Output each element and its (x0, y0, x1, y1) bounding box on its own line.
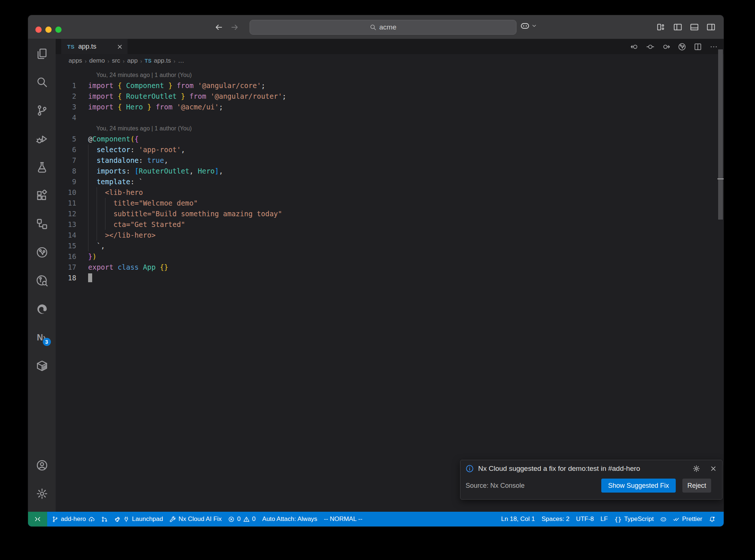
activity-nx-console[interactable]: N›3 (32, 328, 52, 347)
remote-indicator[interactable] (28, 512, 47, 526)
extensions-icon (36, 190, 48, 202)
code-line-10[interactable]: 10 <lib-hero (56, 187, 724, 198)
activity-edge-tools[interactable] (32, 300, 52, 319)
code-line-7[interactable]: 7 standalone: true, (56, 155, 724, 166)
line-number: 18 (56, 273, 76, 283)
tab-app-ts[interactable]: TS app.ts (61, 39, 128, 54)
breadcrumb-separator: › (85, 58, 87, 64)
activity-circle-branch[interactable] (32, 243, 52, 262)
copilot-menu[interactable] (520, 21, 537, 31)
history-back-icon[interactable] (214, 23, 223, 32)
breadcrumb: apps›demo›src›app›TSapp.ts›… (56, 54, 724, 67)
activity-containers[interactable] (32, 356, 52, 375)
code-line-18[interactable]: 18 (56, 273, 724, 283)
command-center-search[interactable]: acme (250, 20, 516, 35)
activity-explorer[interactable] (32, 44, 52, 63)
customize-layout-icon[interactable] (657, 22, 666, 32)
line-number: 3 (56, 102, 76, 112)
tab-close-icon[interactable] (116, 43, 123, 50)
more-actions-icon[interactable] (710, 43, 718, 51)
status-vim-mode[interactable]: -- NORMAL -- (321, 512, 366, 526)
indent-guide (88, 198, 88, 209)
status-cursor-position[interactable]: Ln 18, Col 1 (498, 512, 538, 526)
status-auto-attach[interactable]: Auto Attach: Always (259, 512, 320, 526)
code-line-16[interactable]: 16}) (56, 251, 724, 262)
activity-extensions[interactable] (32, 186, 52, 205)
code-line-3[interactable]: 3import { Hero } from '@acme/ui'; (56, 102, 724, 112)
nav-back-icon[interactable] (630, 43, 639, 51)
breadcrumb-item-src[interactable]: src (112, 57, 120, 64)
breadcrumb-item-appts[interactable]: TSapp.ts (145, 57, 171, 64)
code-line-4[interactable]: 4 (56, 112, 724, 123)
activity-source-control[interactable] (32, 101, 52, 120)
code-line-6[interactable]: 6 selector: 'app-root', (56, 144, 724, 155)
code-line-1[interactable]: 1import { Component } from '@angular/cor… (56, 80, 724, 91)
label: 0 (252, 515, 255, 523)
activity-testing[interactable] (32, 158, 52, 177)
status-git-branch[interactable]: add-hero (49, 512, 98, 526)
minimize-window-button[interactable] (45, 27, 52, 33)
label: Nx Cloud AI Fix (178, 515, 222, 523)
status-notifications-bell[interactable] (706, 512, 719, 526)
status-commit-graph[interactable] (98, 512, 111, 526)
notification-settings-gear-icon[interactable] (693, 465, 700, 472)
copilot-icon (520, 21, 530, 31)
typescript-file-icon: TS (145, 58, 152, 64)
activity-run-debug[interactable] (32, 129, 52, 148)
status-copilot[interactable] (657, 512, 670, 526)
code-line-9[interactable]: 9 template: ` (56, 176, 724, 187)
activity-search[interactable] (32, 73, 52, 92)
breadcrumb-item-demo[interactable]: demo (89, 57, 105, 64)
vertical-scrollbar[interactable] (718, 49, 723, 220)
notification-close-icon[interactable] (710, 465, 717, 472)
activity-project-structure[interactable] (32, 214, 52, 234)
code-line-8[interactable]: 8 imports: [RouterOutlet, Hero], (56, 166, 724, 176)
code-line-11[interactable]: 11 title="Welcmoe demo" (56, 198, 724, 209)
code-editor[interactable]: You, 24 minutes ago | 1 author (You)1imp… (56, 67, 724, 512)
status-encoding[interactable]: UTF-8 (573, 512, 597, 526)
settings-icon (36, 488, 48, 500)
label: add-hero (61, 515, 86, 523)
code-line-2[interactable]: 2import { RouterOutlet } from '@angular/… (56, 91, 724, 102)
history-forward-icon[interactable] (230, 23, 239, 32)
reject-button[interactable]: Reject (682, 479, 711, 493)
nav-position-icon[interactable] (646, 43, 654, 51)
status-language-mode[interactable]: {}TypeScript (611, 512, 657, 526)
breadcrumb-separator: › (123, 58, 125, 64)
close-window-button[interactable] (35, 27, 42, 33)
code-line-12[interactable]: 12 subtitle="Build something amazing tod… (56, 209, 724, 219)
status-nx-cloud-ai-fix[interactable]: Nx Cloud AI Fix (166, 512, 225, 526)
status-bar-right: Ln 18, Col 1Spaces: 2UTF-8LF{}TypeScript… (498, 512, 724, 526)
warning-icon (243, 516, 250, 522)
line-number: 4 (56, 112, 76, 123)
code-line-5[interactable]: 5@Component({ (56, 134, 724, 144)
code-line-14[interactable]: 14 ></lib-hero> (56, 230, 724, 241)
show-suggested-fix-button[interactable]: Show Suggested Fix (601, 479, 676, 493)
status-formatter[interactable]: Prettier (670, 512, 706, 526)
toggle-panel-bottom-icon[interactable] (690, 22, 699, 32)
code-lines: You, 24 minutes ago | 1 author (You)1imp… (56, 70, 724, 283)
line-number: 10 (56, 187, 76, 198)
status-problems[interactable]: 00 (225, 512, 259, 526)
code-line-17[interactable]: 17export class App {} (56, 262, 724, 273)
activity-gitlens-inspect[interactable] (32, 271, 52, 290)
status-indentation[interactable]: Spaces: 2 (538, 512, 573, 526)
toggle-panel-right-icon[interactable] (706, 22, 716, 32)
breadcrumb-item-[interactable]: … (178, 57, 184, 64)
circle-branch-icon[interactable] (678, 43, 686, 51)
toggle-panel-left-icon[interactable] (673, 22, 682, 32)
code-line-13[interactable]: 13 cta="Get Started" (56, 219, 724, 230)
braces-icon: {} (615, 516, 622, 523)
nav-forward-icon[interactable] (662, 43, 670, 51)
notification-title: Nx Cloud suggested a fix for demo:test i… (478, 465, 688, 473)
breadcrumb-item-apps[interactable]: apps (69, 57, 82, 64)
code-line-15[interactable]: 15 `, (56, 241, 724, 251)
status-launchpad[interactable]: Launchpad (111, 512, 166, 526)
label: Auto Attach: Always (262, 515, 317, 523)
activity-settings[interactable] (32, 484, 52, 503)
activity-account[interactable] (32, 456, 52, 475)
zoom-window-button[interactable] (55, 27, 62, 33)
split-editor-icon[interactable] (694, 43, 702, 51)
status-eol[interactable]: LF (597, 512, 611, 526)
breadcrumb-item-app[interactable]: app (127, 57, 138, 64)
